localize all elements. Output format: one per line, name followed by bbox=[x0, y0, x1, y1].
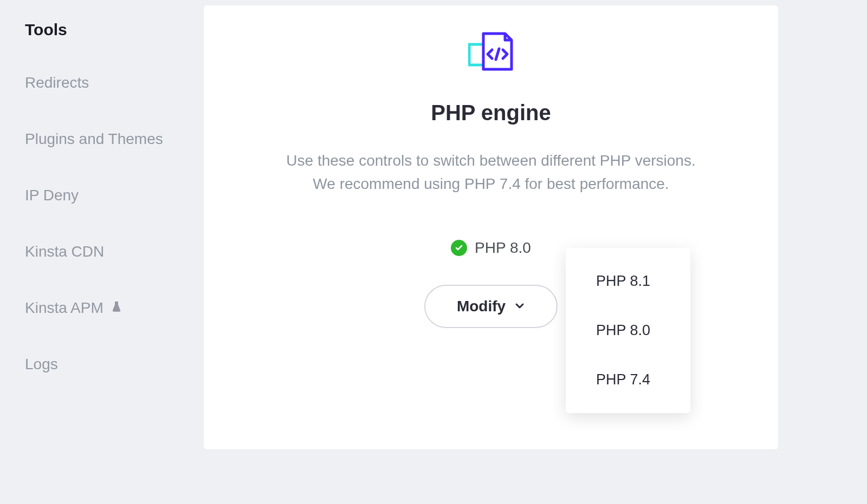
sidebar-item-logs[interactable]: Logs bbox=[25, 356, 179, 373]
sidebar-item-label: Kinsta CDN bbox=[25, 243, 104, 260]
sidebar-item-label: IP Deny bbox=[25, 187, 79, 204]
sidebar-item-kinsta-apm[interactable]: Kinsta APM bbox=[25, 299, 179, 317]
sidebar-item-ip-deny[interactable]: IP Deny bbox=[25, 187, 179, 204]
sidebar-item-tools[interactable]: Tools bbox=[25, 21, 179, 39]
dropdown-option-label: PHP 7.4 bbox=[596, 371, 650, 388]
dropdown-option-php-8-1[interactable]: PHP 8.1 bbox=[566, 267, 690, 306]
sidebar: Tools Redirects Plugins and Themes IP De… bbox=[0, 0, 204, 504]
sidebar-item-label: Kinsta APM bbox=[25, 299, 103, 317]
sidebar-item-label: Logs bbox=[25, 356, 58, 373]
current-version-row: PHP 8.0 bbox=[451, 239, 531, 257]
php-version-dropdown: PHP 8.1 PHP 8.0 PHP 7.4 bbox=[566, 248, 690, 413]
chevron-down-icon bbox=[514, 298, 525, 315]
dropdown-option-label: PHP 8.1 bbox=[596, 273, 650, 289]
check-circle-icon bbox=[451, 240, 467, 256]
current-version-label: PHP 8.0 bbox=[475, 239, 531, 257]
modify-button[interactable]: Modify bbox=[424, 285, 558, 328]
sidebar-item-label: Plugins and Themes bbox=[25, 130, 163, 148]
page-description: Use these controls to switch between dif… bbox=[280, 149, 702, 196]
sidebar-item-label: Tools bbox=[25, 21, 67, 38]
dropdown-option-php-7-4[interactable]: PHP 7.4 bbox=[566, 355, 690, 394]
sidebar-item-plugins-themes[interactable]: Plugins and Themes bbox=[25, 130, 179, 148]
page-title: PHP engine bbox=[431, 101, 551, 125]
sidebar-item-redirects[interactable]: Redirects bbox=[25, 74, 179, 91]
php-engine-card: PHP engine Use these controls to switch … bbox=[204, 5, 778, 449]
modify-button-label: Modify bbox=[457, 298, 506, 315]
flask-icon bbox=[111, 300, 122, 316]
main-content: PHP engine Use these controls to switch … bbox=[204, 0, 867, 504]
dropdown-option-label: PHP 8.0 bbox=[596, 322, 650, 338]
sidebar-item-kinsta-cdn[interactable]: Kinsta CDN bbox=[25, 243, 179, 260]
code-file-icon bbox=[468, 31, 514, 75]
sidebar-item-label: Redirects bbox=[25, 74, 89, 91]
dropdown-option-php-8-0[interactable]: PHP 8.0 bbox=[566, 306, 690, 355]
